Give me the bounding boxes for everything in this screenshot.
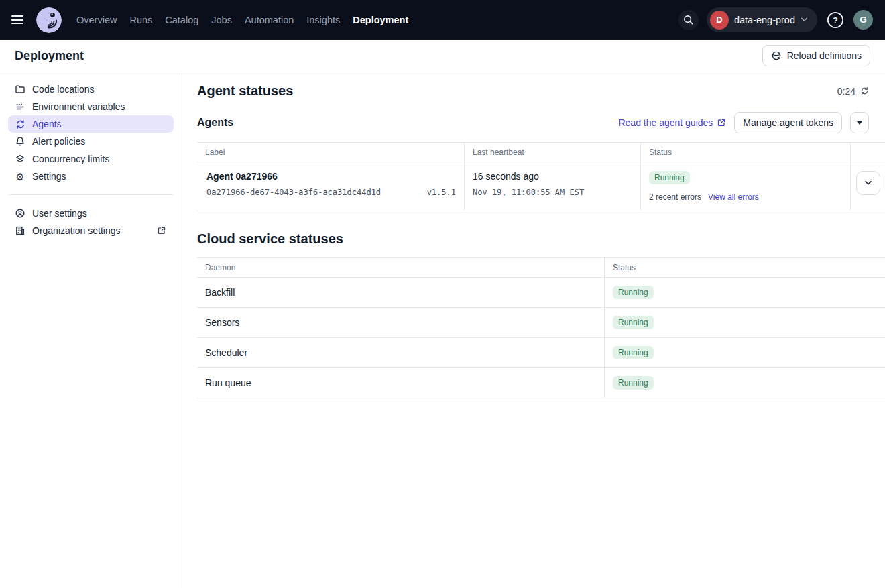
daemon-name: Sensors: [197, 317, 604, 328]
user-avatar[interactable]: G: [853, 10, 873, 30]
sidebar-item-code-locations[interactable]: Code locations: [8, 80, 174, 98]
help-icon: ?: [827, 11, 844, 29]
agent-name: Agent 0a271966: [206, 171, 456, 182]
nav-deployment[interactable]: Deployment: [353, 12, 408, 28]
cloud-service-statuses-heading: Cloud service statuses: [197, 231, 343, 247]
top-nav-bar: Overview Runs Catalog Jobs Automation In…: [0, 0, 885, 40]
refresh-countdown-value: 0:24: [837, 86, 856, 97]
agents-table: Label Last heartbeat Status Agent 0a2719…: [197, 142, 885, 211]
agent-actions-dropdown-button[interactable]: [850, 112, 869, 133]
nav-catalog[interactable]: Catalog: [165, 12, 198, 28]
nav-insights[interactable]: Insights: [306, 12, 340, 28]
sidebar-item-organization-settings[interactable]: Organization settings: [8, 222, 174, 239]
env-vars-icon: [15, 101, 25, 112]
heartbeat-relative: 16 seconds ago: [473, 171, 632, 182]
column-header-last-heartbeat: Last heartbeat: [464, 143, 640, 162]
gear-icon: ⚙: [15, 171, 25, 182]
cloud-services-table: Daemon Status Backfill Running Sensors R…: [197, 257, 885, 398]
external-link-icon: [156, 225, 167, 236]
status-badge: Running: [613, 286, 654, 299]
reload-definitions-button[interactable]: Reload definitions: [762, 45, 870, 66]
refresh-icon[interactable]: [860, 86, 869, 95]
agent-version: v1.5.1: [427, 188, 456, 197]
search-button[interactable]: [678, 10, 699, 30]
agent-guides-link[interactable]: Read the agent guides: [618, 117, 726, 128]
deployment-sidebar: Code locations Environment variables: [0, 72, 182, 588]
sidebar-item-settings[interactable]: ⚙ Settings: [8, 168, 174, 185]
daemon-row-sensors: Sensors Running: [197, 308, 885, 338]
nav-jobs[interactable]: Jobs: [211, 12, 232, 28]
sidebar-item-label: Organization settings: [32, 225, 121, 236]
refresh-countdown: 0:24: [837, 86, 869, 97]
recent-errors-count: 2 recent errors: [649, 192, 701, 202]
sidebar-divider: [8, 194, 174, 195]
nav-overview[interactable]: Overview: [76, 12, 117, 28]
daemon-status-cell: Running: [604, 308, 885, 337]
manage-agent-tokens-button[interactable]: Manage agent tokens: [734, 112, 842, 133]
sidebar-item-user-settings[interactable]: User settings: [8, 204, 174, 222]
column-header-status: Status: [604, 258, 885, 277]
agent-row: Agent 0a271966 0a271966-de67-4043-a3f6-a…: [197, 162, 885, 211]
sidebar-item-label: Settings: [32, 171, 66, 182]
organization-icon: [15, 225, 25, 236]
sidebar-item-agents[interactable]: Agents: [8, 115, 174, 133]
heartbeat-timestamp: Nov 19, 11:00:55 AM EST: [473, 188, 632, 197]
page-title: Deployment: [15, 49, 84, 63]
daemon-status-cell: Running: [604, 338, 885, 367]
agent-guides-link-label: Read the agent guides: [618, 117, 713, 128]
column-header-daemon: Daemon: [197, 258, 604, 277]
external-link-icon: [717, 118, 726, 127]
deployment-switcher[interactable]: D data-eng-prod: [707, 7, 817, 32]
layers-icon: [15, 154, 25, 164]
user-icon: [15, 208, 25, 219]
agents-section-title: Agents: [197, 117, 233, 129]
dagster-logo[interactable]: [36, 7, 62, 33]
cloud-table-header: Daemon Status: [197, 258, 885, 278]
sidebar-item-concurrency-limits[interactable]: Concurrency limits: [8, 150, 174, 168]
status-badge: Running: [613, 316, 654, 329]
chevron-down-icon: [864, 178, 873, 188]
folder-icon: [15, 84, 25, 95]
agent-expander-cell: [850, 162, 885, 211]
daemon-row-backfill: Backfill Running: [197, 278, 885, 308]
search-icon: [683, 14, 694, 25]
sidebar-item-label: Code locations: [32, 84, 95, 95]
daemon-status-cell: Running: [604, 368, 885, 398]
deployment-initial-badge: D: [710, 11, 729, 30]
svg-text:?: ?: [833, 15, 838, 25]
agent-cycle-icon: [15, 119, 25, 129]
main-content: Agent statuses 0:24 Agents Read the agen…: [182, 72, 885, 588]
sidebar-item-environment-variables[interactable]: Environment variables: [8, 98, 174, 115]
status-badge: Running: [613, 346, 654, 359]
nav-runs[interactable]: Runs: [129, 12, 152, 28]
daemon-name: Run queue: [197, 377, 604, 388]
help-button[interactable]: ?: [825, 10, 845, 30]
sidebar-item-label: Agents: [32, 119, 62, 129]
sidebar-item-label: User settings: [32, 208, 87, 219]
sidebar-item-label: Alert policies: [32, 136, 85, 147]
bell-icon: [15, 136, 25, 147]
expand-agent-row-button[interactable]: [856, 171, 880, 195]
status-badge: Running: [649, 171, 690, 184]
agent-heartbeat-cell: 16 seconds ago Nov 19, 11:00:55 AM EST: [464, 162, 640, 211]
code-location-globe-icon: [771, 50, 782, 61]
agent-label-cell: Agent 0a271966 0a271966-de67-4043-a3f6-a…: [197, 162, 464, 211]
nav-automation[interactable]: Automation: [245, 12, 294, 28]
daemon-name: Backfill: [197, 287, 604, 298]
column-header-status: Status: [640, 143, 850, 162]
agent-statuses-heading: Agent statuses: [197, 83, 293, 99]
reload-definitions-label: Reload definitions: [787, 50, 862, 61]
agent-status-cell: Running 2 recent errors View all errors: [640, 162, 850, 211]
daemon-name: Scheduler: [197, 347, 604, 358]
hamburger-menu-button[interactable]: [9, 10, 30, 30]
chevron-down-icon: [801, 17, 808, 22]
page-header: Deployment Reload definitions: [0, 40, 885, 72]
caret-down-icon: [857, 121, 862, 125]
view-all-errors-link[interactable]: View all errors: [708, 192, 759, 202]
column-header-label: Label: [197, 143, 464, 162]
daemon-row-run-queue: Run queue Running: [197, 368, 885, 398]
sidebar-item-label: Environment variables: [32, 101, 125, 112]
manage-agent-tokens-label: Manage agent tokens: [743, 117, 833, 128]
agent-id: 0a271966-de67-4043-a3f6-aca31dc44d1d: [206, 188, 381, 197]
sidebar-item-alert-policies[interactable]: Alert policies: [8, 133, 174, 150]
